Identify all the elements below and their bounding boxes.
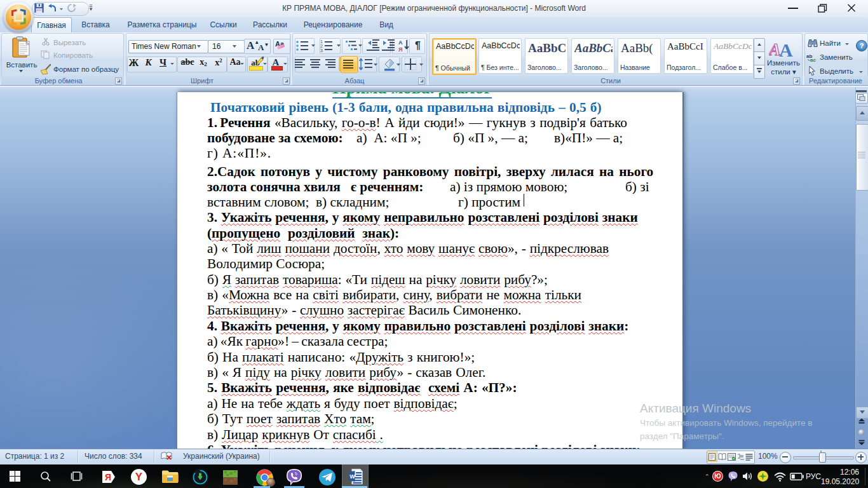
svg-text:2: 2 <box>320 44 323 48</box>
svg-text:W: W <box>349 473 355 480</box>
svg-text:ac: ac <box>810 57 816 62</box>
svg-text:3: 3 <box>320 48 323 53</box>
svg-text:А: А <box>398 39 403 46</box>
svg-text:A: A <box>779 39 793 57</box>
svg-text:¶: ¶ <box>415 40 421 51</box>
svg-text:1: 1 <box>320 39 323 44</box>
svg-text:Я: Я <box>398 46 402 53</box>
svg-text:Я: Я <box>105 472 111 482</box>
